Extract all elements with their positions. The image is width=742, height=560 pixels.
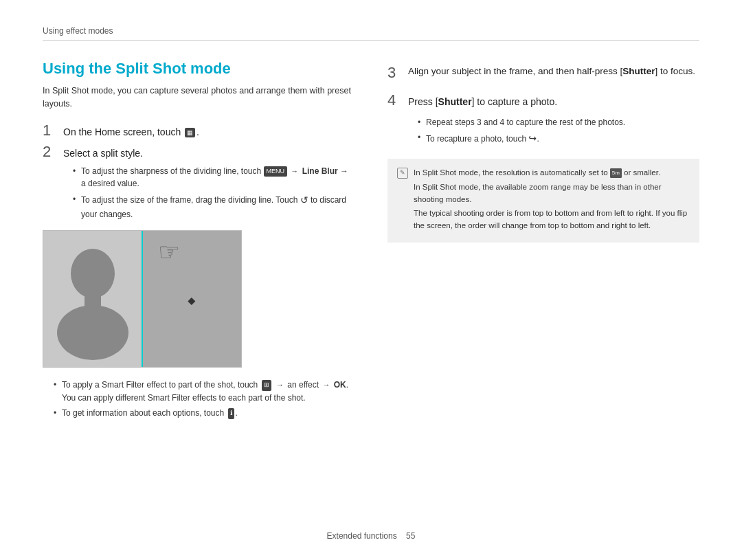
footer-page-number: 55 [406,531,415,541]
bullet-item: To adjust the sharpness of the dividing … [73,165,355,190]
bottom-bullets: To apply a Smart Filter effect to part o… [43,379,355,420]
menu-icon: MENU [264,166,288,177]
section-title: Using the Split Shot mode [43,60,355,78]
info-line-1: In Split Shot mode, the resolution is au… [414,167,690,179]
step-2: 2 Select a split style. [43,144,355,161]
left-column: Using the Split Shot mode In Split Shot … [43,60,355,427]
split-shot-illustration: ⬥ ☞ [43,230,242,368]
page-footer: Extended functions 55 [0,531,742,541]
divider-line [142,231,143,367]
section-intro: In Split Shot mode, you can capture seve… [43,85,355,111]
info-line-2: In Split Shot mode, the available zoom r… [414,181,690,206]
smart-filter-icon: ⊞ [262,380,271,391]
svg-rect-2 [85,294,101,306]
step-2-number: 2 [43,144,58,159]
arrow-icon: → [276,379,284,391]
info-box-inner: ✎ In Split Shot mode, the resolution is … [397,167,690,234]
svg-point-1 [71,249,115,298]
right-column: 3 Align your subject in the frame, and t… [387,60,699,427]
info-option-icon: ℹ [228,408,234,419]
arrow-icon: → [291,166,298,177]
step-3: 3 Align your subject in the frame, and t… [387,65,699,80]
step-3-number: 3 [387,65,403,80]
breadcrumb-bar: Using effect modes [43,26,699,41]
bullet-item: To get information about each options, t… [54,407,355,420]
left-half [43,231,142,367]
step-2-bullets: To adjust the sharpness of the dividing … [62,165,355,221]
step-1-text: On the Home screen, touch ▦. [63,126,199,139]
step-1: 1 On the Home screen, touch ▦. [43,123,355,139]
step-3-text: Align your subject in the frame, and the… [408,65,695,78]
page: Using effect modes Using the Split Shot … [0,0,742,560]
bullet-item: To apply a Smart Filter effect to part o… [54,379,355,404]
bullet-item: To recapture a photo, touch ↩. [418,131,699,146]
bullet-item: Repeat steps 3 and 4 to capture the rest… [418,116,699,129]
hand-cursor-icon: ☞ [158,238,180,267]
info-line-3: The typical shooting order is from top t… [414,208,690,232]
step-2-text: Select a split style. [63,147,143,161]
step-1-number: 1 [43,123,58,138]
info-box: ✎ In Split Shot mode, the resolution is … [387,159,699,243]
content-columns: Using the Split Shot mode In Split Shot … [43,60,699,427]
svg-point-3 [57,305,128,360]
breadcrumb: Using effect modes [43,26,113,36]
arrow-icon: → [322,379,330,391]
step-4-bullets: Repeat steps 3 and 4 to capture the rest… [407,116,699,146]
resolution-icon: 5m [610,168,622,178]
footer-label: Extended functions [327,531,397,541]
right-half: ⬥ [142,231,241,367]
step-4-text: Press [Shutter] to capture a photo. [408,96,557,109]
info-lines: In Split Shot mode, the resolution is au… [414,167,690,234]
home-icon: ▦ [185,128,195,138]
step-4-number: 4 [387,93,403,108]
info-box-icon: ✎ [397,168,408,179]
resize-arrows: ⬥ [186,289,197,310]
step-4: 4 Press [Shutter] to capture a photo. [387,93,699,109]
bullet-item: To adjust the size of the frame, drag th… [73,193,355,221]
